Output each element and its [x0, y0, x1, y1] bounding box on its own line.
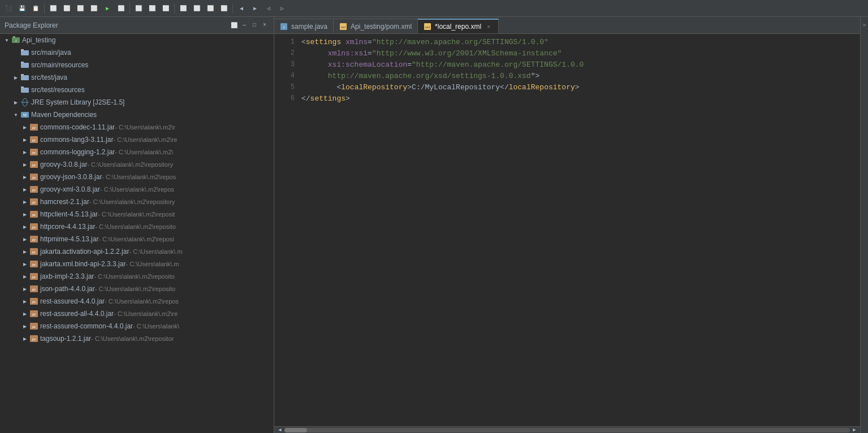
- tree-arrow-jar9[interactable]: [20, 222, 29, 231]
- tree-item-jakarta-activation[interactable]: jar jakarta.activation-api-1.2.2.jar - C…: [0, 245, 274, 258]
- tree-label-src-test-java: src/test/java: [31, 73, 67, 81]
- tree-item-rest-assured[interactable]: jar rest-assured-4.4.0.jar - C:\Users\al…: [0, 295, 274, 308]
- toolbar-btn-6[interactable]: ⬜: [74, 2, 87, 15]
- tree-arrow-jar10[interactable]: [20, 235, 29, 244]
- scroll-left-arrow[interactable]: ◀: [275, 427, 284, 434]
- tree-item-src-test-java[interactable]: src/test/java: [0, 71, 274, 84]
- toolbar-btn-nav-back[interactable]: ◀: [235, 2, 248, 15]
- tree-item-maven-deps[interactable]: M Maven Dependencies: [0, 109, 274, 121]
- tree-item-rest-assured-all[interactable]: jar rest-assured-all-4.4.0.jar - C:\User…: [0, 308, 274, 320]
- toolbar-btn-run[interactable]: ▶: [101, 2, 114, 15]
- tree-arrow-jar8[interactable]: [20, 210, 29, 219]
- toolbar-btn-save[interactable]: 💾: [16, 2, 28, 15]
- tree-arrow-jar17[interactable]: [20, 322, 29, 331]
- tab-label-pom: Api_testing/pom.xml: [351, 23, 412, 31]
- tab-sample-java[interactable]: J sample.java: [274, 19, 334, 33]
- tree-arrow-jar4[interactable]: [20, 160, 29, 169]
- tree-item-httpclient[interactable]: jar httpclient-4.5.13.jar - C:\Users\ala…: [0, 208, 274, 220]
- tree-arrow-jar3[interactable]: [20, 148, 29, 157]
- tab-pom-xml[interactable]: xml Api_testing/pom.xml: [334, 19, 418, 33]
- toolbar-btn-12[interactable]: ⬜: [177, 2, 189, 15]
- tree-arrow-jar1[interactable]: [20, 123, 29, 132]
- editor-area: J sample.java xml Api_testing/pom.xml xm…: [274, 17, 860, 433]
- panel-maximize[interactable]: □: [250, 21, 259, 30]
- toolbar-btn-14[interactable]: ⬜: [204, 2, 217, 15]
- tree-arrow-jar2[interactable]: [20, 135, 29, 144]
- package-explorer-panel: Package Explorer ⬜ — □ × J Api_te: [0, 17, 274, 433]
- tree-arrow-maven[interactable]: [11, 110, 20, 119]
- toolbar-btn-5[interactable]: ⬜: [61, 2, 73, 15]
- tree-item-src-test-res[interactable]: src/test/resources: [0, 84, 274, 96]
- editor-content[interactable]: 1 <settings xmlns="http://maven.apache.o…: [274, 34, 860, 426]
- toolbar-btn-10[interactable]: ⬜: [146, 2, 158, 15]
- tree-item-jre[interactable]: JRE System Library [J2SE-1.5]: [0, 96, 274, 109]
- tree-container[interactable]: J Api_testing src/main/java: [0, 34, 274, 433]
- toolbar-btn-1[interactable]: ⬛: [2, 2, 15, 15]
- tree-arrow-jar15[interactable]: [20, 297, 29, 306]
- tree-arrow-jar13[interactable]: [20, 272, 29, 281]
- editor-scrollbar-horizontal[interactable]: ◀ ▶: [274, 426, 860, 433]
- tree-item-httpcore[interactable]: jar httpcore-4.4.13.jar - C:\Users\alank…: [0, 220, 274, 233]
- tree-item-httpmime[interactable]: jar httpmime-4.5.13.jar - C:\Users\alank…: [0, 233, 274, 245]
- tree-arrow-jar11[interactable]: [20, 247, 29, 256]
- panel-close[interactable]: ×: [260, 21, 269, 30]
- toolbar-btn-4[interactable]: ⬜: [47, 2, 59, 15]
- toolbar-btn-15[interactable]: ⬜: [218, 2, 230, 15]
- toolbar-btn-8[interactable]: ⬜: [115, 2, 127, 15]
- scrollbar-thumb[interactable]: [284, 428, 307, 432]
- jar-path-2: - C:\Users\alank\.m2\re: [113, 136, 177, 143]
- line-content-4: http://maven.apache.org/xsd/settings-1.0…: [301, 72, 539, 80]
- tree-label-api-testing: Api_testing: [22, 36, 55, 44]
- maven-deps-icon: M: [20, 110, 29, 119]
- toolbar-btn-13[interactable]: ⬜: [191, 2, 203, 15]
- toolbar-btn-9[interactable]: ⬜: [132, 2, 145, 15]
- jar-icon-13: jar: [29, 272, 38, 281]
- tab-close-local-repo[interactable]: ×: [485, 23, 493, 31]
- toolbar-btn-nav-fwd2[interactable]: ▷: [276, 2, 288, 15]
- panel-view-menu[interactable]: ⬜: [230, 21, 239, 30]
- tree-item-api-testing[interactable]: J Api_testing: [0, 34, 274, 46]
- scroll-right-arrow[interactable]: ▶: [850, 427, 859, 434]
- tab-bar: J sample.java xml Api_testing/pom.xml xm…: [274, 17, 860, 34]
- jar-icon-7: jar: [29, 197, 38, 206]
- tree-item-commons-lang[interactable]: jar commons-lang3-3.11.jar - C:\Users\al…: [0, 133, 274, 146]
- tree-arrow-jar7[interactable]: [20, 197, 29, 206]
- line-num-5: 5: [279, 83, 295, 91]
- panel-minimize[interactable]: —: [240, 21, 249, 30]
- toolbar-btn-nav-back2[interactable]: ◁: [262, 2, 275, 15]
- tree-arrow-jar12[interactable]: [20, 259, 29, 269]
- tree-item-groovy-json[interactable]: jar groovy-json-3.0.8.jar - C:\Users\ala…: [0, 171, 274, 183]
- tree-arrow-api-testing[interactable]: [2, 36, 11, 45]
- tree-arrow-leaf: [11, 48, 20, 57]
- toolbar-btn-7[interactable]: ⬜: [88, 2, 100, 15]
- tree-arrow-jre[interactable]: [11, 98, 20, 107]
- toolbar-btn-11[interactable]: ⬜: [159, 2, 172, 15]
- jar-icon-2: jar: [29, 135, 38, 144]
- tree-item-commons-logging[interactable]: jar commons-logging-1.2.jar - C:\Users\a…: [0, 146, 274, 158]
- tree-item-groovy-xml[interactable]: jar groovy-xml-3.0.8.jar - C:\Users\alan…: [0, 183, 274, 196]
- toolbar-btn-nav-fwd[interactable]: ▶: [249, 2, 261, 15]
- tree-item-jaxb-impl[interactable]: jar jaxb-impl-2.3.3.jar - C:\Users\alank…: [0, 270, 274, 283]
- jar-path-16: - C:\Users\alank\.m2\re: [114, 310, 178, 317]
- tree-item-groovy[interactable]: jar groovy-3.0.8.jar - C:\Users\alank\.m…: [0, 158, 274, 171]
- tree-item-src-main-java[interactable]: src/main/java: [0, 46, 274, 59]
- jar-path-13: - C:\Users\alank\.m2\reposito: [94, 273, 174, 280]
- right-gutter-btn[interactable]: ▶: [861, 21, 867, 28]
- tree-arrow-jar14[interactable]: [20, 284, 29, 293]
- tree-item-tagsoup[interactable]: jar tagsoup-1.2.1.jar - C:\Users\alank\.…: [0, 332, 274, 345]
- tree-arrow-jar5[interactable]: [20, 172, 29, 181]
- toolbar-btn-3[interactable]: 📋: [29, 2, 42, 15]
- tree-item-json-path[interactable]: jar json-path-4.4.0.jar - C:\Users\alank…: [0, 283, 274, 295]
- tree-item-rest-assured-common[interactable]: jar rest-assured-common-4.4.0.jar - C:\U…: [0, 320, 274, 332]
- tree-arrow-jar18[interactable]: [20, 334, 29, 343]
- tree-item-commons-codec[interactable]: jar commons-codec-1.11.jar - C:\Users\al…: [0, 121, 274, 133]
- tree-arrow-jar6[interactable]: [20, 185, 29, 194]
- tree-arrow-src-test[interactable]: [11, 73, 20, 82]
- tree-item-src-main-res[interactable]: src/main/resources: [0, 59, 274, 71]
- tree-item-jakarta-xml[interactable]: jar jakarta.xml.bind-api-2.3.3.jar - C:\…: [0, 258, 274, 270]
- tree-arrow-jar16[interactable]: [20, 309, 29, 318]
- jar-label-12: jakarta.xml.bind-api-2.3.3.jar: [40, 260, 126, 268]
- tab-local-repo-xml[interactable]: xml *local_repo.xml ×: [418, 19, 499, 33]
- scrollbar-track[interactable]: [284, 428, 850, 432]
- tree-item-hamcrest[interactable]: jar hamcrest-2.1.jar - C:\Users\alank\.m…: [0, 196, 274, 208]
